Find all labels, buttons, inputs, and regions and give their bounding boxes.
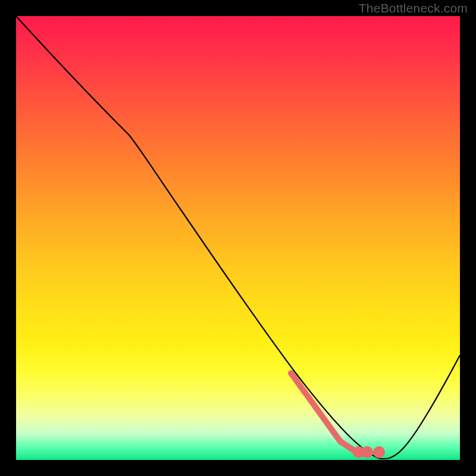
svg-line-1 [340, 441, 354, 450]
chart-plot-area [16, 16, 460, 460]
svg-point-3 [364, 449, 370, 455]
svg-point-4 [376, 449, 382, 455]
watermark-text: TheBottleneck.com [359, 1, 468, 15]
chart-svg [16, 16, 460, 460]
svg-line-0 [291, 373, 340, 441]
black-curve-line [16, 16, 460, 459]
svg-point-2 [356, 449, 362, 455]
